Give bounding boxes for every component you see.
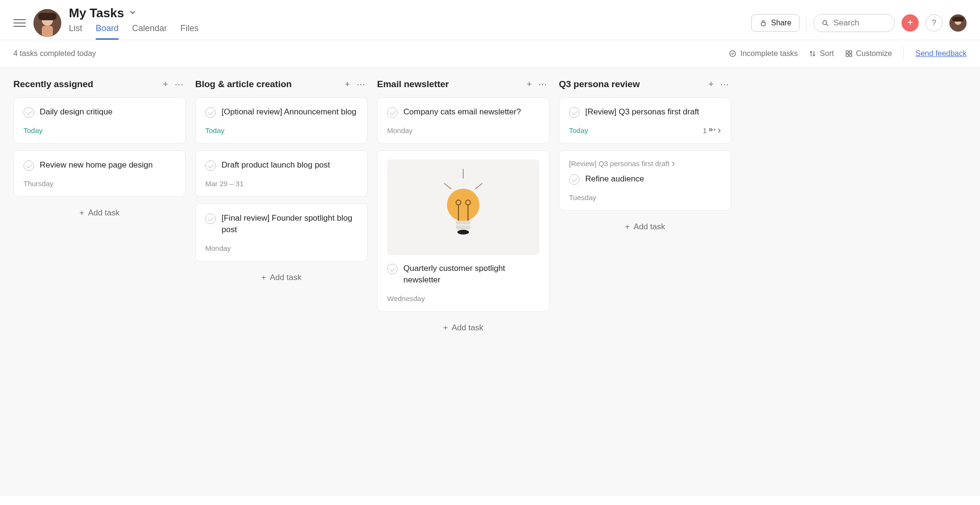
project-avatar[interactable] <box>33 9 61 37</box>
task-card[interactable]: [Review] Q3 personas first draft Refine … <box>559 150 731 211</box>
chevron-right-icon <box>717 128 721 133</box>
help-button[interactable]: ? <box>925 14 943 32</box>
svg-line-16 <box>444 183 451 189</box>
task-title: Quarterly customer spotlight newsletter <box>403 263 539 286</box>
chevron-right-icon <box>671 161 675 166</box>
task-title: Company cats email newsletter? <box>403 106 521 118</box>
column-recently-assigned: Recently assigned + ⋯ Daily design criti… <box>13 79 186 223</box>
page-title: My Tasks <box>69 6 124 21</box>
lock-icon <box>759 19 767 27</box>
plus-icon: + <box>79 208 84 218</box>
task-card[interactable]: [Review] Q3 personas first draft Today 1 <box>559 97 731 144</box>
share-button[interactable]: Share <box>751 14 800 32</box>
complete-toggle[interactable] <box>23 160 34 171</box>
due-date: Wednesday <box>387 294 425 303</box>
sort-icon <box>809 50 816 57</box>
search-input[interactable] <box>834 18 887 28</box>
complete-toggle[interactable] <box>387 264 398 274</box>
task-card[interactable]: Company cats email newsletter? Monday <box>377 97 549 144</box>
task-card[interactable]: Review new home page design Thursday <box>13 150 186 197</box>
add-task-button[interactable]: + Add task <box>377 318 549 337</box>
completed-status: 4 tasks completed today <box>13 49 96 58</box>
column-add-button[interactable]: + <box>523 79 536 90</box>
due-date: Today <box>569 126 588 135</box>
subtask-indicator: 1 <box>703 126 721 135</box>
due-date: Tuesday <box>569 193 596 202</box>
svg-point-25 <box>457 230 469 235</box>
menu-toggle[interactable] <box>13 17 26 29</box>
user-avatar[interactable] <box>949 14 967 32</box>
task-card[interactable]: Quarterly customer spotlight newsletter … <box>377 150 549 312</box>
search-icon <box>822 19 829 27</box>
tab-list[interactable]: List <box>69 23 82 40</box>
due-date: Today <box>205 126 224 135</box>
complete-toggle[interactable] <box>23 107 34 118</box>
svg-rect-3 <box>42 25 53 36</box>
task-title: Review new home page design <box>40 159 153 171</box>
column-add-button[interactable]: + <box>341 79 354 90</box>
tab-board[interactable]: Board <box>96 23 119 40</box>
tab-calendar[interactable]: Calendar <box>132 23 167 40</box>
column-more-button[interactable]: ⋯ <box>718 79 731 90</box>
column-q3-persona: Q3 persona review + ⋯ [Review] Q3 person… <box>559 79 731 236</box>
complete-toggle[interactable] <box>569 174 579 185</box>
column-more-button[interactable]: ⋯ <box>536 79 549 90</box>
column-blog-article: Blog & article creation + ⋯ [Optional re… <box>195 79 368 287</box>
column-add-button[interactable]: + <box>704 79 718 90</box>
due-date: Today <box>23 126 43 135</box>
filter-incomplete[interactable]: Incomplete tasks <box>729 49 798 58</box>
tab-files[interactable]: Files <box>180 23 199 40</box>
svg-point-10 <box>730 51 735 56</box>
svg-line-6 <box>826 24 828 25</box>
task-cover-image <box>387 159 539 255</box>
svg-rect-11 <box>846 51 848 53</box>
task-card[interactable]: Draft product launch blog post Mar 29 – … <box>195 150 368 197</box>
customize-button[interactable]: Customize <box>846 49 892 58</box>
svg-rect-14 <box>849 54 852 56</box>
add-task-button[interactable]: + Add task <box>195 268 368 287</box>
subtask-icon <box>709 127 715 134</box>
task-title: Refine audience <box>585 173 644 185</box>
complete-toggle[interactable] <box>387 107 398 118</box>
column-title[interactable]: Recently assigned <box>13 79 159 90</box>
chevron-down-icon[interactable] <box>129 9 136 18</box>
svg-point-18 <box>447 189 479 221</box>
column-add-button[interactable]: + <box>159 79 172 90</box>
svg-rect-9 <box>952 17 964 22</box>
sort-button[interactable]: Sort <box>809 49 834 58</box>
search-box[interactable] <box>813 14 895 32</box>
svg-rect-23 <box>456 221 470 224</box>
complete-toggle[interactable] <box>205 213 216 224</box>
column-title[interactable]: Email newsletter <box>377 79 523 90</box>
svg-rect-4 <box>761 22 765 26</box>
due-date: Monday <box>387 126 412 135</box>
complete-toggle[interactable] <box>205 107 216 118</box>
svg-line-17 <box>475 183 482 189</box>
task-card[interactable]: Daily design critique Today <box>13 97 186 144</box>
column-title[interactable]: Blog & article creation <box>195 79 341 90</box>
parent-task-link[interactable]: [Review] Q3 personas first draft <box>569 159 721 168</box>
complete-toggle[interactable] <box>569 107 579 118</box>
task-title: Draft product launch blog post <box>222 159 330 171</box>
svg-rect-13 <box>846 54 848 56</box>
divider <box>903 47 904 60</box>
task-card[interactable]: [Final review] Founder spotlight blog po… <box>195 203 368 261</box>
task-title: [Optional review] Announcement blog <box>222 106 356 118</box>
plus-icon: + <box>625 222 630 232</box>
complete-toggle[interactable] <box>205 160 216 171</box>
grid-icon <box>846 50 852 57</box>
column-title[interactable]: Q3 persona review <box>559 79 704 90</box>
send-feedback-link[interactable]: Send feedback <box>915 49 967 58</box>
plus-icon: + <box>261 273 266 282</box>
add-task-button[interactable]: + Add task <box>559 217 731 236</box>
task-card[interactable]: [Optional review] Announcement blog Toda… <box>195 97 368 144</box>
column-email-newsletter: Email newsletter + ⋯ Company cats email … <box>377 79 549 337</box>
column-more-button[interactable]: ⋯ <box>172 79 186 90</box>
column-more-button[interactable]: ⋯ <box>354 79 368 90</box>
global-add-button[interactable]: + <box>902 14 919 32</box>
task-title: Daily design critique <box>40 106 112 118</box>
svg-rect-2 <box>38 12 57 20</box>
add-task-button[interactable]: + Add task <box>13 203 186 223</box>
task-title: [Review] Q3 personas first draft <box>585 106 699 118</box>
due-date: Thursday <box>23 180 54 188</box>
